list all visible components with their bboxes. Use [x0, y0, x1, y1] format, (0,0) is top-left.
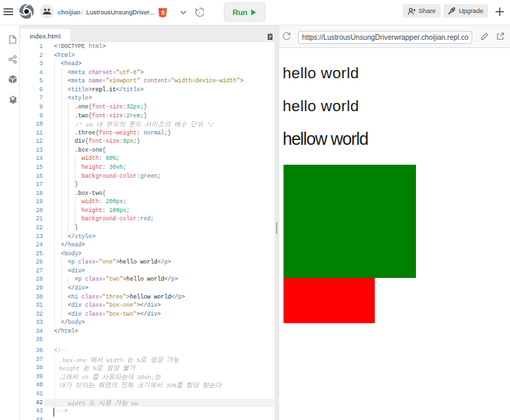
svg-text:5: 5	[161, 10, 165, 16]
